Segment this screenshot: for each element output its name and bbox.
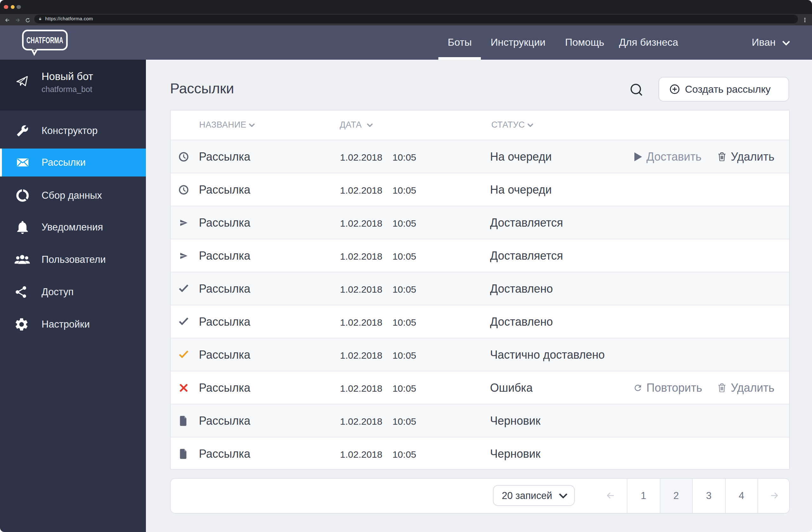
svg-text:CHATFORMA: CHATFORMA — [26, 36, 63, 45]
